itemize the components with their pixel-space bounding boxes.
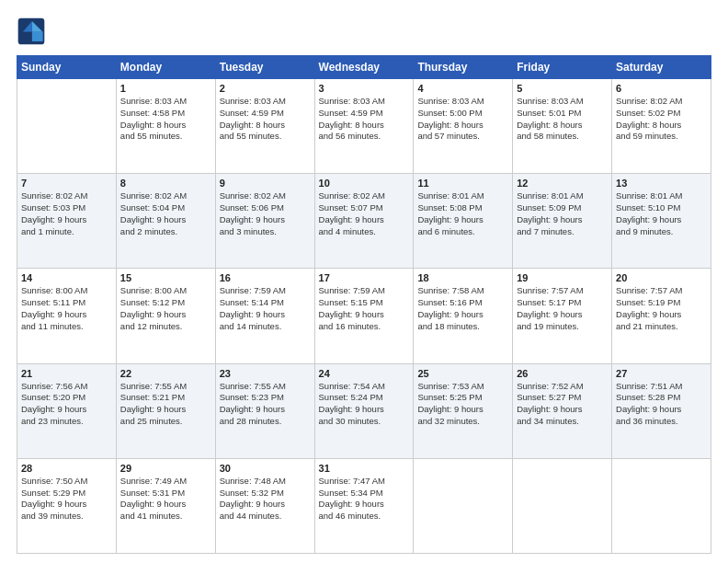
cell-details: Sunrise: 8:00 AM Sunset: 5:12 PM Dayligh… [120,285,211,332]
col-header-tuesday: Tuesday [215,56,314,79]
calendar-cell: 5Sunrise: 8:03 AM Sunset: 5:01 PM Daylig… [513,79,612,174]
day-number: 17 [319,272,410,283]
calendar-cell: 10Sunrise: 8:02 AM Sunset: 5:07 PM Dayli… [314,174,414,269]
cell-details: Sunrise: 7:57 AM Sunset: 5:19 PM Dayligh… [616,285,707,332]
calendar-cell: 4Sunrise: 8:03 AM Sunset: 5:00 PM Daylig… [414,79,513,174]
cell-details: Sunrise: 7:49 AM Sunset: 5:31 PM Dayligh… [120,476,211,523]
cell-details: Sunrise: 7:51 AM Sunset: 5:28 PM Dayligh… [616,381,707,428]
cell-details: Sunrise: 7:59 AM Sunset: 5:15 PM Dayligh… [319,285,410,332]
cell-details: Sunrise: 8:02 AM Sunset: 5:02 PM Dayligh… [616,96,707,143]
day-number: 16 [220,272,311,283]
calendar-cell: 30Sunrise: 7:48 AM Sunset: 5:32 PM Dayli… [215,458,314,553]
col-header-wednesday: Wednesday [314,56,414,79]
day-number: 2 [220,83,311,94]
calendar-cell: 23Sunrise: 7:55 AM Sunset: 5:23 PM Dayli… [215,363,314,458]
cell-details: Sunrise: 8:03 AM Sunset: 5:00 PM Dayligh… [417,96,508,143]
cell-details: Sunrise: 7:53 AM Sunset: 5:25 PM Dayligh… [417,381,508,428]
cell-details: Sunrise: 8:00 AM Sunset: 5:11 PM Dayligh… [21,285,112,332]
day-number: 21 [21,368,112,379]
day-number: 11 [417,178,508,189]
calendar-table: SundayMondayTuesdayWednesdayThursdayFrid… [17,55,711,554]
cell-details: Sunrise: 8:03 AM Sunset: 4:59 PM Dayligh… [319,96,410,143]
calendar-cell: 11Sunrise: 8:01 AM Sunset: 5:08 PM Dayli… [414,174,513,269]
calendar-cell: 29Sunrise: 7:49 AM Sunset: 5:31 PM Dayli… [116,458,215,553]
cell-details: Sunrise: 7:52 AM Sunset: 5:27 PM Dayligh… [517,381,608,428]
cell-details: Sunrise: 7:50 AM Sunset: 5:29 PM Dayligh… [21,476,112,523]
day-number: 15 [120,272,211,283]
calendar-cell: 22Sunrise: 7:55 AM Sunset: 5:21 PM Dayli… [116,363,215,458]
day-number: 12 [517,178,608,189]
col-header-friday: Friday [513,56,612,79]
day-number: 30 [220,463,311,474]
svg-marker-4 [32,32,43,41]
day-number: 22 [120,368,211,379]
calendar-cell: 19Sunrise: 7:57 AM Sunset: 5:17 PM Dayli… [513,269,612,363]
day-number: 10 [319,178,410,189]
cell-details: Sunrise: 7:48 AM Sunset: 5:32 PM Dayligh… [220,476,311,523]
cell-details: Sunrise: 8:03 AM Sunset: 5:01 PM Dayligh… [517,96,608,143]
cell-details: Sunrise: 8:02 AM Sunset: 5:07 PM Dayligh… [319,190,410,237]
calendar-cell: 3Sunrise: 8:03 AM Sunset: 4:59 PM Daylig… [314,79,414,174]
calendar-cell: 9Sunrise: 8:02 AM Sunset: 5:06 PM Daylig… [215,174,314,269]
day-number: 26 [517,368,608,379]
cell-details: Sunrise: 7:57 AM Sunset: 5:17 PM Dayligh… [517,285,608,332]
calendar-cell [612,458,711,553]
day-number: 28 [21,463,112,474]
svg-marker-3 [21,32,32,41]
cell-details: Sunrise: 7:58 AM Sunset: 5:16 PM Dayligh… [417,285,508,332]
cell-details: Sunrise: 8:02 AM Sunset: 5:03 PM Dayligh… [21,190,112,237]
calendar-cell: 21Sunrise: 7:56 AM Sunset: 5:20 PM Dayli… [17,363,117,458]
calendar-cell: 28Sunrise: 7:50 AM Sunset: 5:29 PM Dayli… [17,458,117,553]
cell-details: Sunrise: 7:59 AM Sunset: 5:14 PM Dayligh… [220,285,311,332]
calendar-cell: 31Sunrise: 7:47 AM Sunset: 5:34 PM Dayli… [314,458,414,553]
calendar-cell [414,458,513,553]
cell-details: Sunrise: 8:02 AM Sunset: 5:04 PM Dayligh… [120,190,211,237]
cell-details: Sunrise: 7:56 AM Sunset: 5:20 PM Dayligh… [21,381,112,428]
calendar-cell: 6Sunrise: 8:02 AM Sunset: 5:02 PM Daylig… [612,79,711,174]
logo-icon [17,17,46,46]
day-number: 19 [517,272,608,283]
cell-details: Sunrise: 7:47 AM Sunset: 5:34 PM Dayligh… [319,476,410,523]
cell-details: Sunrise: 7:54 AM Sunset: 5:24 PM Dayligh… [319,381,410,428]
day-number: 13 [616,178,707,189]
day-number: 18 [417,272,508,283]
col-header-monday: Monday [116,56,215,79]
calendar-cell: 14Sunrise: 8:00 AM Sunset: 5:11 PM Dayli… [17,269,117,363]
day-number: 23 [220,368,311,379]
calendar-cell: 13Sunrise: 8:01 AM Sunset: 5:10 PM Dayli… [612,174,711,269]
day-number: 8 [120,178,211,189]
calendar-cell: 2Sunrise: 8:03 AM Sunset: 4:59 PM Daylig… [215,79,314,174]
cell-details: Sunrise: 8:02 AM Sunset: 5:06 PM Dayligh… [220,190,311,237]
calendar-cell [513,458,612,553]
cell-details: Sunrise: 7:55 AM Sunset: 5:23 PM Dayligh… [220,381,311,428]
cell-details: Sunrise: 8:01 AM Sunset: 5:10 PM Dayligh… [616,190,707,237]
calendar-cell: 12Sunrise: 8:01 AM Sunset: 5:09 PM Dayli… [513,174,612,269]
calendar-cell: 15Sunrise: 8:00 AM Sunset: 5:12 PM Dayli… [116,269,215,363]
day-number: 7 [21,178,112,189]
cell-details: Sunrise: 8:03 AM Sunset: 4:59 PM Dayligh… [220,96,311,143]
header [17,17,711,46]
day-number: 3 [319,83,410,94]
day-number: 1 [120,83,211,94]
day-number: 20 [616,272,707,283]
day-number: 9 [220,178,311,189]
calendar-cell: 1Sunrise: 8:03 AM Sunset: 4:58 PM Daylig… [116,79,215,174]
calendar-cell: 7Sunrise: 8:02 AM Sunset: 5:03 PM Daylig… [17,174,117,269]
cell-details: Sunrise: 7:55 AM Sunset: 5:21 PM Dayligh… [120,381,211,428]
calendar-cell: 18Sunrise: 7:58 AM Sunset: 5:16 PM Dayli… [414,269,513,363]
calendar-cell: 24Sunrise: 7:54 AM Sunset: 5:24 PM Dayli… [314,363,414,458]
calendar-cell: 8Sunrise: 8:02 AM Sunset: 5:04 PM Daylig… [116,174,215,269]
logo [17,17,50,46]
day-number: 6 [616,83,707,94]
day-number: 25 [417,368,508,379]
calendar-cell: 25Sunrise: 7:53 AM Sunset: 5:25 PM Dayli… [414,363,513,458]
day-number: 5 [517,83,608,94]
calendar-cell: 20Sunrise: 7:57 AM Sunset: 5:19 PM Dayli… [612,269,711,363]
day-number: 24 [319,368,410,379]
calendar-cell: 27Sunrise: 7:51 AM Sunset: 5:28 PM Dayli… [612,363,711,458]
calendar-cell: 16Sunrise: 7:59 AM Sunset: 5:14 PM Dayli… [215,269,314,363]
day-number: 31 [319,463,410,474]
day-number: 27 [616,368,707,379]
page: SundayMondayTuesdayWednesdayThursdayFrid… [0,0,728,563]
day-number: 14 [21,272,112,283]
